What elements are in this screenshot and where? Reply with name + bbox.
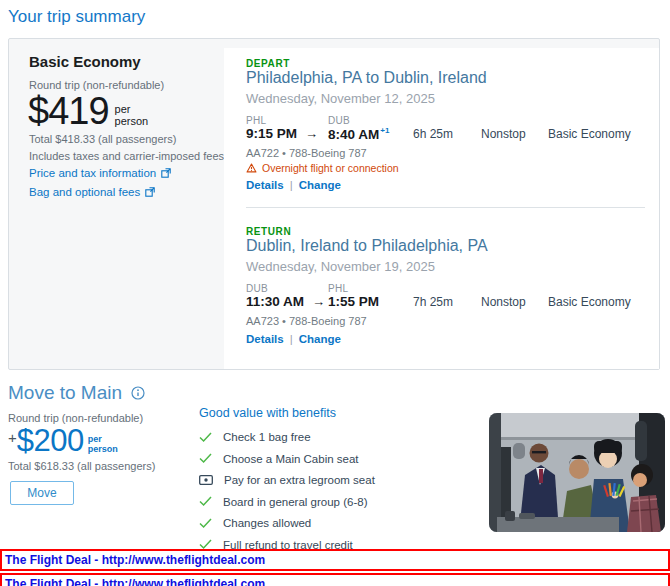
duration: 7h 25m <box>413 295 453 309</box>
depart-time: 11:30 AM <box>246 294 304 309</box>
check-icon <box>199 496 212 507</box>
trip-summary-card: Basic Economy Round trip (non-refundable… <box>8 38 660 370</box>
external-link-icon <box>145 187 155 197</box>
benefit-item: Choose a Main Cabin seat <box>199 453 469 466</box>
info-icon[interactable] <box>131 386 145 400</box>
external-link-icon <box>161 168 171 178</box>
route-heading: Dublin, Ireland to Philadelphia, PA <box>246 237 488 255</box>
airport-codes: PHL DUB <box>246 115 266 126</box>
change-link[interactable]: Change <box>299 333 341 345</box>
check-icon <box>199 518 212 529</box>
plus-sign: + <box>8 424 17 446</box>
cabin: Basic Economy <box>548 127 631 141</box>
warning-icon <box>246 163 257 173</box>
upsell-price-unit: per person <box>88 424 118 454</box>
bag-fees-link[interactable]: Bag and optional fees <box>29 186 155 198</box>
upsell-total: Total $618.33 (all passengers) <box>8 460 155 472</box>
times-row: 11:30 AM→ 1:55 PM 7h 25m Nonstop Basic E… <box>246 294 659 310</box>
benefit-item: Changes allowed <box>199 517 469 530</box>
flight-number: AA723 • 788-Boeing 787 <box>246 315 367 327</box>
cabin-photo <box>489 413 665 532</box>
airport-codes: DUB PHL <box>246 283 268 294</box>
overnight-warning: Overnight flight or connection <box>246 162 399 174</box>
benefits-section: Good value with benefits Check 1 bag fre… <box>199 406 469 560</box>
flight-number: AA722 • 788-Boeing 787 <box>246 147 367 159</box>
benefit-item: Check 1 bag free <box>199 431 469 444</box>
duration: 6h 25m <box>413 127 453 141</box>
price-amount: $419 <box>28 91 109 131</box>
origin-code: DUB <box>246 283 268 294</box>
deal-banner-clipped[interactable]: The Flight Deal - http://www.theflightde… <box>0 573 670 586</box>
details-link[interactable]: Details <box>246 179 284 191</box>
flight-links: Details | Change <box>246 333 341 345</box>
arrow-right-icon: → <box>312 294 325 309</box>
taxes-note: Includes taxes and carrier-imposed fees <box>29 150 224 162</box>
next-day-badge: +1 <box>380 126 389 135</box>
deal-banner-link[interactable]: The Flight Deal - http://www.theflightde… <box>2 553 265 567</box>
check-icon <box>199 453 212 464</box>
flight-links: Details | Change <box>246 179 341 191</box>
depart-time: 9:15 PM <box>246 126 297 141</box>
price-unit: per person <box>115 91 149 127</box>
destination-code: PHL <box>328 283 348 294</box>
upsell-title: Move to Main <box>8 382 145 404</box>
arrow-right-icon: → <box>305 126 318 141</box>
depart-flight: DEPART Philadelphia, PA to Dublin, Irela… <box>224 48 659 206</box>
flight-date: Wednesday, November 12, 2025 <box>246 91 435 106</box>
direction-label: DEPART <box>246 58 290 69</box>
move-button[interactable]: Move <box>10 481 74 505</box>
times-row: 9:15 PM→ 8:40 AM+1 6h 25m Nonstop Basic … <box>246 126 659 142</box>
cabin: Basic Economy <box>548 295 631 309</box>
direction-label: RETURN <box>246 226 291 237</box>
benefit-item: Pay for an extra legroom seat <box>199 474 469 487</box>
destination-code: DUB <box>328 115 350 126</box>
fare-name: Basic Economy <box>29 53 141 70</box>
origin-code: PHL <box>246 115 266 126</box>
stops: Nonstop <box>481 127 526 141</box>
deal-banner-link[interactable]: The Flight Deal - http://www.theflightde… <box>2 577 265 586</box>
upsell-price: + $200 per person <box>8 424 118 458</box>
change-link[interactable]: Change <box>299 179 341 191</box>
stops: Nonstop <box>481 295 526 309</box>
arrive-time: 1:55 PM <box>328 294 379 309</box>
details-link[interactable]: Details <box>246 333 284 345</box>
deal-banner[interactable]: The Flight Deal - http://www.theflightde… <box>0 549 670 571</box>
banknote-icon <box>199 475 213 485</box>
price-tax-info-link[interactable]: Price and tax information <box>29 167 171 179</box>
flight-details-panel: DEPART Philadelphia, PA to Dublin, Irela… <box>224 48 659 369</box>
check-icon <box>199 432 212 443</box>
page-title: Your trip summary <box>8 7 145 27</box>
return-flight: RETURN Dublin, Ireland to Philadelphia, … <box>224 216 659 370</box>
arrive-time: 8:40 AM+1 <box>328 126 389 142</box>
section-divider <box>246 207 645 208</box>
upsell-price-amount: $200 <box>17 424 84 458</box>
route-heading: Philadelphia, PA to Dublin, Ireland <box>246 69 487 87</box>
benefit-item: Board in general group (6-8) <box>199 496 469 509</box>
total-price: Total $418.33 (all passengers) <box>29 133 176 145</box>
flight-date: Wednesday, November 19, 2025 <box>246 259 435 274</box>
benefits-title: Good value with benefits <box>199 406 469 420</box>
price-per-person: $419 per person <box>28 91 148 131</box>
